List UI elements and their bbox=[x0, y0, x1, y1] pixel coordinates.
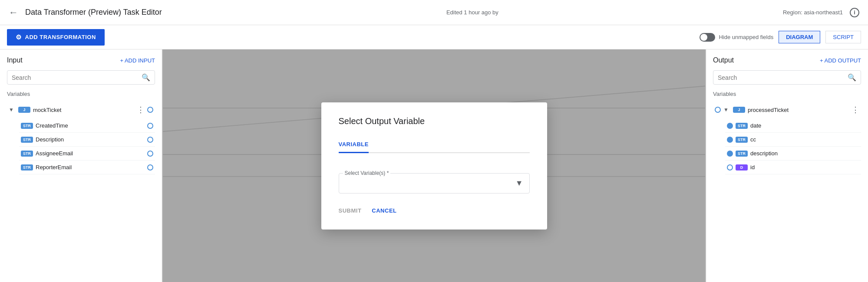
modal-overlay: Select Output Variable VARIABLE Select V… bbox=[163, 49, 705, 282]
output-root-type-badge: J bbox=[733, 107, 745, 113]
type-badge-d-id: D bbox=[736, 164, 748, 171]
edited-text: Edited 1 hour ago by bbox=[446, 9, 498, 16]
input-var-row-assigneeemail: STR AssigneeEmail bbox=[19, 147, 155, 161]
toolbar-right: Hide unmapped fields DIAGRAM SCRIPT bbox=[700, 31, 861, 43]
toolbar: ⚙ ADD TRANSFORMATION Hide unmapped field… bbox=[0, 25, 868, 49]
output-panel-title: Output bbox=[713, 56, 734, 64]
output-search-box: 🔍 bbox=[713, 70, 861, 85]
connector-reporteremail[interactable] bbox=[147, 164, 153, 171]
submit-button[interactable]: SUBMIT bbox=[339, 204, 362, 217]
cancel-button[interactable]: CANCEL bbox=[372, 204, 396, 217]
diagram-button[interactable]: DIAGRAM bbox=[779, 31, 820, 43]
output-var-row-cc: STR cc bbox=[725, 133, 861, 147]
type-badge-str-date: STR bbox=[736, 123, 748, 129]
left-panel: Input + ADD INPUT 🔍 Variables ▼ J mockTi… bbox=[0, 49, 163, 282]
chevron-down-icon-right[interactable]: ▼ bbox=[723, 107, 730, 113]
region-label: Region: asia-northeast1 bbox=[783, 9, 843, 16]
search-icon-left: 🔍 bbox=[142, 73, 150, 82]
hide-unmapped-toggle[interactable] bbox=[700, 33, 715, 42]
input-root-connector[interactable] bbox=[147, 107, 153, 113]
modal-field-variable: Select Variable(s) * ▼ bbox=[339, 165, 530, 193]
output-sub-vars: STR date STR cc STR description D id bbox=[713, 119, 861, 174]
modal-actions: SUBMIT CANCEL bbox=[339, 204, 530, 217]
topbar-left: ← Data Transformer (Preview) Task Editor bbox=[9, 7, 162, 18]
input-var-row-reporteremail: STR ReporterEmail bbox=[19, 161, 155, 174]
output-root-connector[interactable] bbox=[715, 107, 721, 113]
connector-id[interactable] bbox=[727, 164, 733, 171]
input-search-input[interactable] bbox=[12, 74, 142, 81]
info-icon[interactable]: i bbox=[850, 8, 859, 17]
page-title: Data Transformer (Preview) Task Editor bbox=[25, 8, 162, 17]
var-name-createdtime: CreatedTime bbox=[36, 122, 145, 129]
right-panel: Output + ADD OUTPUT 🔍 Variables ▼ J proc… bbox=[705, 49, 868, 282]
input-root-type-badge: J bbox=[18, 107, 30, 113]
modal-title: Select Output Variable bbox=[339, 116, 530, 126]
input-root-var-name: mockTicket bbox=[33, 107, 134, 113]
var-name-description: Description bbox=[36, 136, 145, 143]
var-name-output-description: description bbox=[750, 150, 859, 157]
middle-panel: Select Output Variable VARIABLE Select V… bbox=[163, 49, 705, 282]
var-name-id: id bbox=[750, 164, 859, 171]
back-button[interactable]: ← bbox=[9, 7, 18, 18]
add-input-button[interactable]: + ADD INPUT bbox=[120, 57, 155, 64]
more-options-icon-right[interactable]: ⋮ bbox=[851, 105, 859, 115]
input-var-row-createdtime: STR CreatedTime bbox=[19, 119, 155, 133]
var-name-cc: cc bbox=[750, 136, 859, 143]
connector-date[interactable] bbox=[727, 123, 733, 129]
var-name-assigneeemail: AssigneeEmail bbox=[36, 150, 145, 157]
select-output-variable-modal: Select Output Variable VARIABLE Select V… bbox=[321, 102, 547, 230]
chevron-down-icon[interactable]: ▼ bbox=[9, 107, 16, 113]
type-badge-str: STR bbox=[21, 151, 33, 157]
type-badge-str-desc: STR bbox=[736, 151, 748, 157]
gear-icon: ⚙ bbox=[16, 33, 22, 41]
connector-assigneeemail[interactable] bbox=[147, 151, 153, 157]
dropdown-arrow-icon: ▼ bbox=[515, 179, 523, 188]
topbar-right: Region: asia-northeast1 i bbox=[783, 8, 859, 17]
type-badge-str: STR bbox=[21, 123, 33, 129]
modal-tabs: VARIABLE bbox=[339, 137, 530, 153]
tab-variable[interactable]: VARIABLE bbox=[339, 137, 369, 153]
var-name-reporteremail: ReporterEmail bbox=[36, 164, 145, 171]
input-root-var-row: ▼ J mockTicket ⋮ bbox=[7, 102, 155, 118]
connector-description[interactable] bbox=[147, 137, 153, 143]
hide-unmapped-toggle-container: Hide unmapped fields bbox=[700, 33, 773, 42]
connector-createdtime[interactable] bbox=[147, 123, 153, 129]
add-transformation-label: ADD TRANSFORMATION bbox=[25, 34, 96, 40]
script-button[interactable]: SCRIPT bbox=[825, 31, 861, 43]
output-root-var-row: ▼ J processedTicket ⋮ bbox=[713, 102, 861, 118]
type-badge-str: STR bbox=[21, 164, 33, 171]
input-sub-vars: STR CreatedTime STR Description STR Assi… bbox=[7, 119, 155, 174]
output-var-row-date: STR date bbox=[725, 119, 861, 133]
input-panel-title: Input bbox=[7, 56, 23, 64]
var-name-date: date bbox=[750, 122, 859, 129]
search-icon-right: 🔍 bbox=[848, 73, 856, 82]
hide-unmapped-label: Hide unmapped fields bbox=[719, 34, 773, 40]
connector-output-description[interactable] bbox=[727, 151, 733, 157]
output-var-row-description: STR description bbox=[725, 147, 861, 161]
output-search-input[interactable] bbox=[718, 74, 848, 81]
input-panel-header: Input + ADD INPUT bbox=[7, 56, 155, 64]
input-var-row-description: STR Description bbox=[19, 133, 155, 147]
input-variables-label: Variables bbox=[7, 91, 155, 97]
output-root-var-name: processedTicket bbox=[748, 107, 849, 113]
more-options-icon[interactable]: ⋮ bbox=[137, 105, 145, 115]
output-var-row-id: D id bbox=[725, 161, 861, 174]
add-transformation-button[interactable]: ⚙ ADD TRANSFORMATION bbox=[7, 29, 105, 46]
input-search-box: 🔍 bbox=[7, 70, 155, 85]
output-variables-label: Variables bbox=[713, 91, 861, 97]
output-panel-header: Output + ADD OUTPUT bbox=[713, 56, 861, 64]
topbar-center: Edited 1 hour ago by bbox=[446, 9, 498, 16]
type-badge-str-cc: STR bbox=[736, 137, 748, 143]
connector-cc[interactable] bbox=[727, 137, 733, 143]
main-content: Input + ADD INPUT 🔍 Variables ▼ J mockTi… bbox=[0, 49, 868, 282]
field-label: Select Variable(s) * bbox=[343, 170, 391, 176]
topbar: ← Data Transformer (Preview) Task Editor… bbox=[0, 0, 868, 25]
type-badge-str: STR bbox=[21, 137, 33, 143]
add-output-button[interactable]: + ADD OUTPUT bbox=[820, 57, 861, 64]
